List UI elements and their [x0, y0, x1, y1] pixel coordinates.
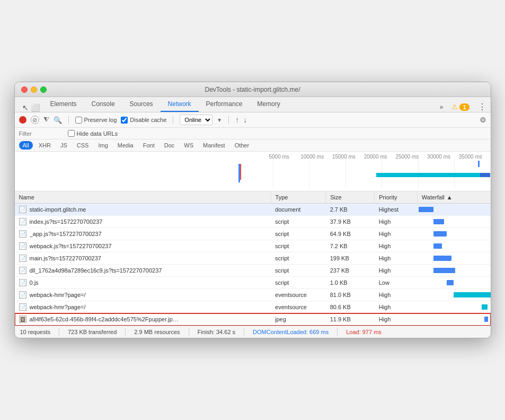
- image-file-icon: 🖼: [19, 316, 26, 323]
- th-waterfall[interactable]: Waterfall ▲: [418, 191, 491, 203]
- th-type[interactable]: Type: [271, 191, 326, 204]
- th-size[interactable]: Size: [326, 191, 375, 204]
- type-btn-xhr[interactable]: XHR: [35, 141, 55, 150]
- row-priority: High: [375, 252, 418, 265]
- cursor-icon[interactable]: ↖: [22, 103, 29, 112]
- tab-memory[interactable]: Memory: [250, 97, 287, 112]
- disable-cache-input[interactable]: [121, 117, 128, 124]
- record-button[interactable]: [19, 116, 26, 124]
- tab-bar: ↖ ⬜ Elements Console Sources Network Per…: [15, 97, 491, 112]
- tab-sources[interactable]: Sources: [122, 97, 161, 112]
- type-btn-js[interactable]: JS: [57, 141, 71, 150]
- type-btn-other[interactable]: Other: [231, 141, 253, 150]
- th-priority[interactable]: Priority: [375, 191, 418, 204]
- tab-performance[interactable]: Performance: [199, 97, 250, 112]
- row-waterfall: [417, 204, 490, 216]
- filter-input[interactable]: [19, 130, 61, 137]
- requests-table: Name Type Size Priority Waterfall ▲ 📄sta…: [15, 191, 491, 326]
- filter-bar: Hide data URLs: [15, 128, 491, 139]
- table-row[interactable]: 📄static-import.glitch.medocument2.7 KBHi…: [15, 204, 491, 216]
- table-row[interactable]: 📄_app.js?ts=1572270700237script64.9 KBHi…: [15, 228, 491, 240]
- separator-2: [173, 116, 173, 124]
- inspect-icon[interactable]: ⬜: [31, 103, 40, 112]
- table-row[interactable]: 📄0.jsscript1.0 KBLow: [15, 277, 491, 289]
- hide-data-urls-checkbox[interactable]: Hide data URLs: [68, 130, 118, 137]
- clear-button[interactable]: ⊘: [31, 116, 39, 124]
- row-name: index.js?ts=1572270700237: [30, 218, 103, 225]
- requests-count: 10 requests: [20, 329, 50, 335]
- search-icon[interactable]: 🔍: [54, 116, 62, 124]
- filter-icon[interactable]: ⧨: [43, 116, 49, 124]
- preserve-log-input[interactable]: [75, 117, 82, 124]
- table-row[interactable]: 📄webpack-hmr?page=/eventsource80.6 KBHig…: [15, 301, 491, 313]
- tab-network[interactable]: Network: [161, 97, 199, 112]
- timeline-bar-hmr1: [376, 173, 485, 177]
- table-row[interactable]: 📄webpack.js?ts=1572270700237script7.2 KB…: [15, 240, 491, 252]
- dom-content-loaded: DOMContentLoaded: 669 ms: [253, 329, 329, 335]
- status-divider-3: [189, 328, 189, 336]
- row-type: jpeg: [271, 313, 326, 326]
- preserve-log-checkbox[interactable]: Preserve log: [75, 117, 117, 124]
- type-filter-bar: All XHR JS CSS Img Media Font Doc WS Man…: [15, 139, 491, 152]
- disable-cache-checkbox[interactable]: Disable cache: [121, 117, 166, 124]
- row-size: 2.7 KB: [326, 204, 375, 216]
- row-type: eventsource: [271, 301, 326, 313]
- type-btn-manifest[interactable]: Manifest: [199, 141, 229, 150]
- type-btn-all[interactable]: All: [19, 141, 33, 150]
- titlebar: DevTools - static-import.glitch.me/: [15, 82, 491, 97]
- tab-elements[interactable]: Elements: [43, 97, 84, 112]
- minimize-button[interactable]: [31, 86, 37, 93]
- type-btn-doc[interactable]: Doc: [161, 141, 179, 150]
- waterfall-bar: [433, 219, 445, 224]
- upload-icon[interactable]: ↑: [235, 116, 239, 124]
- waterfall-timeline: 5000 ms 10000 ms 15000 ms 20000 ms 25000…: [15, 152, 491, 191]
- timeline-marker-top: [478, 161, 480, 167]
- separator-3: [228, 116, 229, 124]
- type-btn-font[interactable]: Font: [139, 141, 158, 150]
- table-row[interactable]: 🖼a84f63e5-62cd-456b-89f4-c2adddc4e575%2F…: [15, 313, 491, 326]
- devtools-menu-button[interactable]: ⋮: [478, 102, 486, 112]
- row-size: 1.0 KB: [326, 277, 375, 289]
- status-divider-2: [125, 328, 126, 336]
- document-file-icon: 📄: [19, 279, 26, 286]
- row-name: static-import.glitch.me: [30, 206, 86, 213]
- type-btn-ws[interactable]: WS: [180, 141, 197, 150]
- status-bar: 10 requests 723 KB transferred 2.9 MB re…: [15, 326, 491, 338]
- throttle-select[interactable]: Online: [180, 115, 212, 125]
- waterfall-bar: [484, 317, 488, 322]
- row-waterfall: [417, 252, 490, 265]
- row-name: webpack.js?ts=1572270700237: [30, 243, 112, 249]
- row-type: eventsource: [271, 289, 326, 301]
- type-btn-media[interactable]: Media: [114, 141, 137, 150]
- tab-console[interactable]: Console: [84, 97, 122, 112]
- status-divider-1: [59, 328, 59, 336]
- settings-icon[interactable]: ⚙: [480, 116, 486, 124]
- close-button[interactable]: [21, 86, 28, 93]
- warning-icon: ⚠: [451, 103, 458, 111]
- row-priority: Low: [375, 277, 418, 289]
- download-icon[interactable]: ↓: [243, 116, 247, 124]
- type-btn-img[interactable]: Img: [94, 141, 111, 150]
- hide-data-urls-input[interactable]: [68, 130, 75, 137]
- row-size: 199 KB: [326, 252, 375, 265]
- type-btn-css[interactable]: CSS: [73, 141, 93, 150]
- row-waterfall: [417, 240, 490, 252]
- maximize-button[interactable]: [40, 86, 47, 93]
- waterfall-bar: [454, 292, 490, 298]
- row-priority: Highest: [375, 204, 418, 216]
- more-tabs-button[interactable]: »: [440, 103, 444, 111]
- table-row[interactable]: 📄index.js?ts=1572270700237script37.9 KBH…: [15, 216, 491, 228]
- table-row[interactable]: 📄webpack-hmr?page=/eventsource81.0 KBHig…: [15, 289, 491, 301]
- th-name[interactable]: Name: [15, 191, 271, 204]
- waterfall-bar: [433, 256, 452, 261]
- document-file-icon: 📄: [19, 206, 26, 213]
- tab-more-area: » ⚠ 1 ⋮: [440, 102, 486, 112]
- row-priority: High: [375, 313, 418, 326]
- document-file-icon: 📄: [19, 303, 26, 311]
- separator-1: [68, 116, 69, 124]
- traffic-lights: [21, 86, 47, 93]
- table-row[interactable]: 📄dll_1762a4d98a7289ec16c9.js?ts=15722707…: [15, 265, 491, 277]
- table-row[interactable]: 📄main.js?ts=1572270700237script199 KBHig…: [15, 252, 491, 265]
- row-name: webpack-hmr?page=/: [30, 292, 86, 298]
- throttle-arrow[interactable]: ▼: [217, 117, 222, 123]
